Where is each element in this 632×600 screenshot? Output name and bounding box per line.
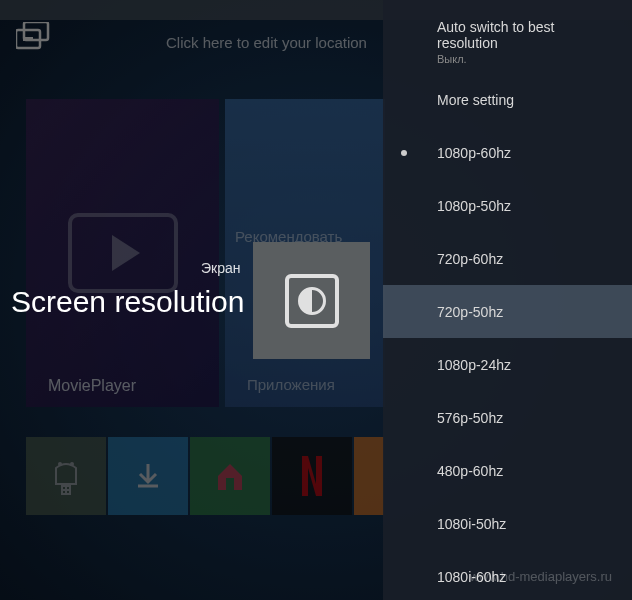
option-label: Auto switch to best resolution: [437, 19, 612, 51]
resolution-option[interactable]: 1080p-24hz: [383, 338, 632, 391]
option-label: 576p-50hz: [437, 410, 612, 426]
resolution-option[interactable]: 1080i-50hz: [383, 497, 632, 550]
resolution-option[interactable]: 720p-60hz: [383, 232, 632, 285]
resolution-option[interactable]: 1080p-50hz: [383, 179, 632, 232]
option-label: 720p-60hz: [437, 251, 612, 267]
option-value: Выкл.: [437, 53, 612, 65]
resolution-option[interactable]: 720p-50hz: [383, 285, 632, 338]
option-label: 720p-50hz: [437, 304, 612, 320]
auto-switch-option[interactable]: Auto switch to best resolution Выкл.: [383, 15, 632, 73]
option-label: 1080i-50hz: [437, 516, 612, 532]
option-label: More setting: [437, 92, 612, 108]
resolution-option[interactable]: 576p-50hz: [383, 391, 632, 444]
radio-indicator-icon: [401, 150, 407, 156]
more-setting-option[interactable]: More setting: [383, 73, 632, 126]
resolution-option[interactable]: 480p-60hz: [383, 444, 632, 497]
resolution-option[interactable]: 1080p-60hz: [383, 126, 632, 179]
option-label: 1080p-60hz: [437, 145, 612, 161]
resolution-icon-box: [253, 242, 370, 359]
resolution-panel: Auto switch to best resolution Выкл. Mor…: [383, 0, 632, 600]
page-title: Screen resolution: [11, 285, 244, 319]
option-label: 1080p-50hz: [437, 198, 612, 214]
screen-section-label: Экран: [201, 260, 241, 276]
watermark: www.hd-mediaplayers.ru: [470, 569, 612, 584]
option-label: 1080p-24hz: [437, 357, 612, 373]
option-label: 480p-60hz: [437, 463, 612, 479]
brightness-icon: [285, 274, 339, 328]
